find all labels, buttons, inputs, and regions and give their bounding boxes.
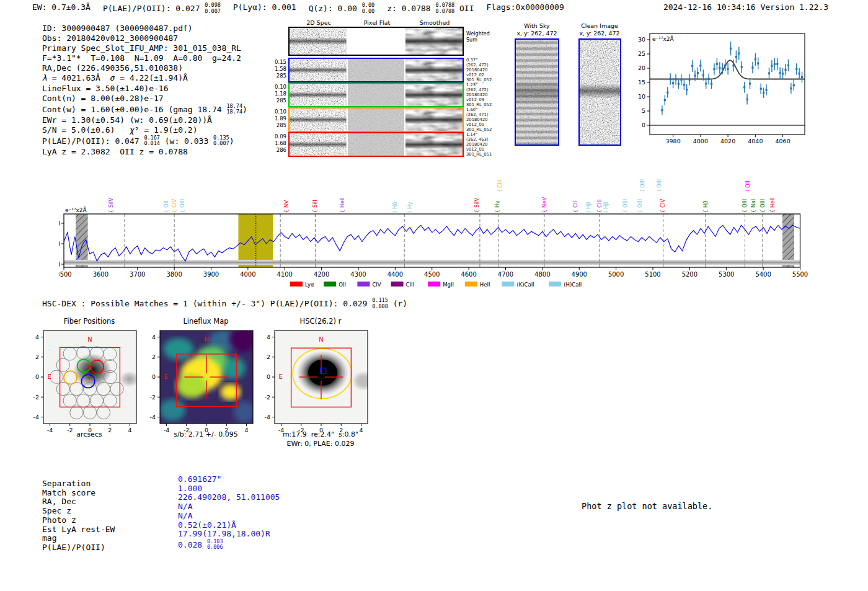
emission-line-label: ( OIII xyxy=(656,179,662,192)
east-label: E xyxy=(164,373,167,380)
weighted-sum-row xyxy=(288,27,464,56)
match-table-label: RA, Dec xyxy=(42,497,115,507)
with-sky-coords: x, y: 262, 472 xyxy=(508,30,565,37)
north-label: N xyxy=(319,336,323,343)
emission-line-label: ( CIII xyxy=(497,180,503,192)
spec2d-fiber-row xyxy=(288,132,464,157)
hsc-caption-1: m:17.9 re:2.4" s:0.8" xyxy=(259,430,383,438)
match-table-value: N/A xyxy=(178,502,280,512)
svg-text:5300: 5300 xyxy=(719,271,734,278)
spec2d-row-left-labels: 0.091.68286 xyxy=(259,133,286,154)
info-line: Cont(w) = 1.60(±0.00)e-16 (gmag 18.74 18… xyxy=(42,104,247,115)
hsc-cutout-title: HSC(26.2) r xyxy=(277,317,364,326)
east-label: E xyxy=(278,373,282,380)
info-line: Primary Spec_Slot_IFU_AMP: 301_015_038_R… xyxy=(42,43,247,53)
emission-line-label: { SiIV xyxy=(474,198,480,213)
legend-label: CIV xyxy=(372,282,381,288)
info-line: EWr = 1.30(±0.54) (w: 0.69(±0.28))Å xyxy=(42,115,247,125)
legend-label: Lyα xyxy=(305,282,314,288)
elixer-report-page: EW: 0.7±0.3ÅP(LAE)/P(OII): 0.027 0.0980.… xyxy=(0,0,868,591)
emission-line-label: { HeII xyxy=(769,197,776,213)
spec2d-image-cell xyxy=(290,84,347,106)
svg-text:4900: 4900 xyxy=(572,271,587,278)
legend-label: CIII xyxy=(406,282,414,288)
north-label: N xyxy=(87,336,92,343)
catalog-match-summary: HSC-DEX : Possible Matches = 1 (within +… xyxy=(42,298,407,309)
info-line: RA,Dec (226.490356,51.010838) xyxy=(42,63,247,73)
match-table-label: Spec z xyxy=(42,507,115,516)
line-fit-plot: 05101520253039804000402040404060e⁻¹⁷x2Å xyxy=(629,25,815,149)
svg-text:4600: 4600 xyxy=(461,271,476,278)
svg-text:4700: 4700 xyxy=(498,271,513,278)
spec2d-fiber-row xyxy=(288,82,464,107)
spec2d-image-cell xyxy=(405,84,463,106)
legend-swatch xyxy=(465,282,477,287)
weighted-sum-label: WeightedSum xyxy=(466,31,503,43)
spec2d-image-cell xyxy=(405,28,463,55)
legend-swatch xyxy=(428,282,440,287)
header-item: Flags:0x00000009 xyxy=(487,2,564,14)
emission-line-label: ( Hβ xyxy=(585,202,591,213)
emission-line-label: { HeII xyxy=(339,197,345,213)
svg-text:3600: 3600 xyxy=(93,271,108,278)
flux-blob xyxy=(221,384,241,400)
emission-line-label: { OII xyxy=(163,200,169,213)
spec2d-image-cell xyxy=(290,59,347,81)
svg-text:4020: 4020 xyxy=(720,138,735,144)
svg-text:-4: -4 xyxy=(150,414,156,420)
match-table-label: mag xyxy=(42,534,115,543)
match-table-value: 0.52(±0.21)Å xyxy=(178,521,280,530)
svg-text:3800: 3800 xyxy=(166,271,182,278)
emission-line-label: { NeV xyxy=(541,197,547,213)
spec2d-image-cell xyxy=(290,28,347,55)
svg-text:e⁻¹⁷x2Å: e⁻¹⁷x2Å xyxy=(65,207,87,213)
info-line: LineFlux = 3.50(±1.40)e-16 xyxy=(42,84,247,94)
photz-note: Phot z plot not available. xyxy=(582,501,712,511)
match-table-value: N/A xyxy=(178,512,280,521)
spec2d-row-right-labels: 0.37"(262, 472)20180420v012_02301_RL_052 xyxy=(466,58,505,83)
emission-line-label: ( OII xyxy=(745,180,751,192)
match-table-label: Separation xyxy=(42,479,115,489)
svg-text:40: 40 xyxy=(59,220,60,227)
emission-line-label: { OIII xyxy=(637,199,643,213)
spec2d-fiber-row xyxy=(288,107,464,132)
spec2d-image-cell xyxy=(405,59,463,81)
svg-text:4000: 4000 xyxy=(693,138,708,144)
info-line: LyA z = 2.3082 OII z = 0.0788 xyxy=(42,147,247,157)
match-table-label: Est LyA rest-EW xyxy=(42,525,115,535)
emission-line-label: { CII xyxy=(572,201,578,213)
spec2d-image-cell xyxy=(580,40,620,144)
svg-text:e⁻¹⁷x2Å: e⁻¹⁷x2Å xyxy=(652,35,675,42)
info-line: λ = 4021.63Å σ = 4.22(±1.94)Å xyxy=(42,73,247,83)
emission-line-label: { Hβ xyxy=(702,200,709,213)
detection-band xyxy=(238,214,273,267)
svg-text:5400: 5400 xyxy=(755,271,771,278)
spec2d-image-cell xyxy=(405,133,463,156)
svg-text:-4: -4 xyxy=(33,414,39,420)
svg-text:20: 20 xyxy=(59,241,60,247)
legend-label: OII xyxy=(339,282,346,288)
fiber-positions-plot: -4-4-2-2002244NE xyxy=(20,326,144,436)
info-line: S/N = 5.0(±0.6) χ² = 1.9(±0.2) xyxy=(42,125,247,135)
svg-text:30: 30 xyxy=(638,36,645,43)
svg-text:5100: 5100 xyxy=(645,271,660,278)
spec2d-image-cell xyxy=(348,133,405,156)
info-line: P(LAE)/P(OII): 0.047 0.1670.014 (w: 0.03… xyxy=(42,135,247,147)
match-table-label: Match score xyxy=(42,489,115,498)
match-table-value: 1.000 xyxy=(178,484,280,494)
emission-line-label: { Hγ xyxy=(494,200,500,213)
emission-line-label: { NaI xyxy=(750,199,756,213)
header-item: Q(z): 0.00 0.000.00 xyxy=(309,2,375,14)
svg-text:3700: 3700 xyxy=(130,271,145,278)
emission-line-label: { OIII xyxy=(622,199,628,213)
emission-line-label: { OIII xyxy=(742,199,748,213)
svg-text:-2: -2 xyxy=(265,394,270,401)
north-label: N xyxy=(204,336,208,343)
summary-header: EW: 0.7±0.3ÅP(LAE)/P(OII): 0.027 0.0980.… xyxy=(32,2,564,14)
full-spectrum-plot: 3500360037003800390040004100420043004400… xyxy=(59,166,835,293)
spec2d-image-cell xyxy=(348,109,405,131)
svg-text:4400: 4400 xyxy=(388,271,403,278)
svg-text:5000: 5000 xyxy=(608,271,624,278)
svg-text:3980: 3980 xyxy=(666,138,681,144)
emission-line-label: { SiII xyxy=(312,200,318,213)
